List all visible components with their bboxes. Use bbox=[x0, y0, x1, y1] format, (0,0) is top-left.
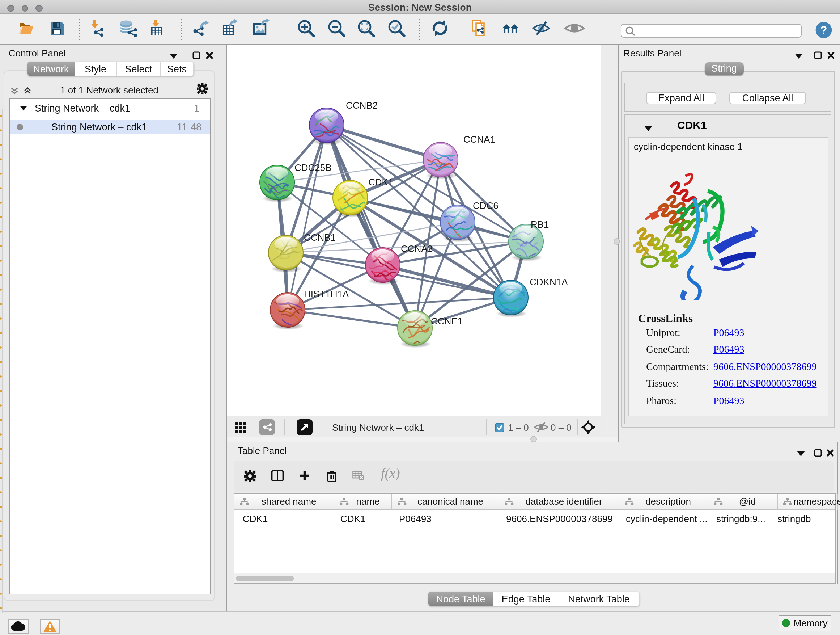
svg-text:?: ? bbox=[821, 24, 827, 36]
svg-text:HIST1H1A: HIST1H1A bbox=[304, 288, 349, 299]
svg-text:CCNB1: CCNB1 bbox=[304, 232, 336, 243]
svg-text:CCNE1: CCNE1 bbox=[431, 316, 463, 326]
svg-text:CCNA1: CCNA1 bbox=[463, 134, 495, 145]
svg-text:CCNA2: CCNA2 bbox=[401, 243, 433, 254]
svg-text:CDC25B: CDC25B bbox=[294, 162, 332, 173]
svg-text:RB1: RB1 bbox=[531, 219, 549, 230]
svg-text:CDC6: CDC6 bbox=[473, 200, 499, 211]
svg-text:CCNB2: CCNB2 bbox=[346, 100, 378, 111]
svg-text:CDKN1A: CDKN1A bbox=[530, 277, 568, 287]
svg-text:CDK1: CDK1 bbox=[368, 177, 393, 187]
